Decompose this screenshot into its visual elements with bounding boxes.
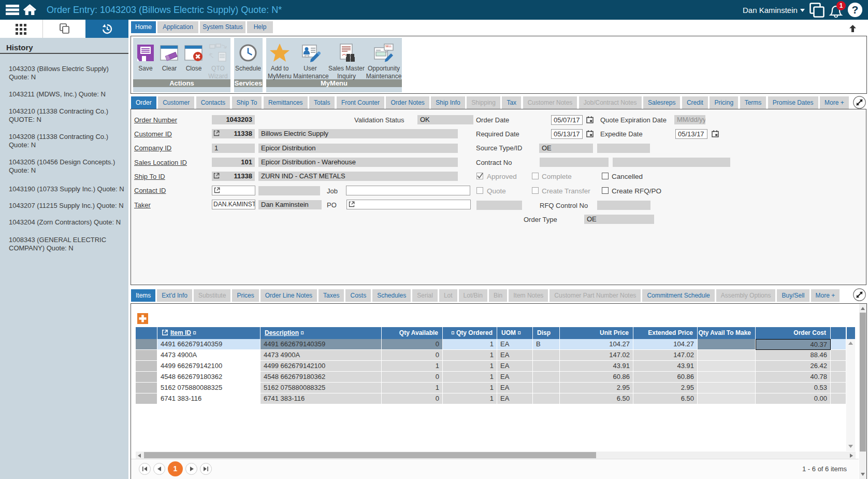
svg-text:SELL: SELL [385, 45, 392, 48]
